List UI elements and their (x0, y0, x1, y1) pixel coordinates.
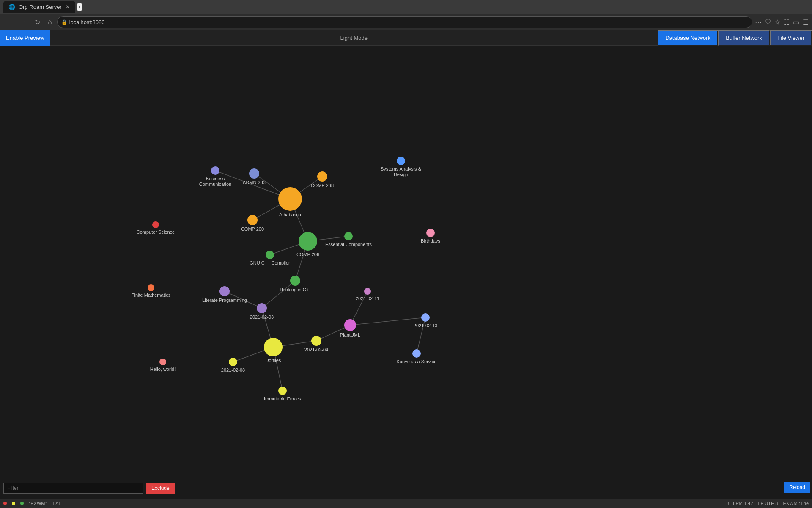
graph-node-label: Communication (199, 182, 231, 187)
lock-icon: 🔒 (61, 19, 67, 25)
enable-preview-button[interactable]: Enable Preview (0, 30, 50, 46)
browser-chrome: 🌐 Org Roam Server ✕ + ← → ↻ ⌂ 🔒 ⋯ ♡ ☆ ☷ … (0, 0, 812, 30)
graph-node-label: 2021-02-13 (414, 323, 437, 328)
graph-node-label: GNU C++ Compiler (250, 260, 290, 265)
tab-favicon: 🌐 (8, 4, 15, 10)
graph-node[interactable] (266, 251, 274, 259)
back-button[interactable]: ← (3, 17, 15, 28)
menu-dots-icon[interactable]: ⋯ (755, 18, 762, 26)
tab-close[interactable]: ✕ (65, 3, 70, 10)
graph-node-label: 2021-02-08 (221, 367, 245, 373)
graph-node[interactable] (257, 303, 267, 313)
graph-node[interactable] (278, 187, 302, 211)
graph-node[interactable] (229, 358, 237, 366)
graph-node[interactable] (278, 387, 287, 395)
buffer-network-tab[interactable]: Buffer Network (718, 30, 770, 46)
graph-node[interactable] (344, 232, 353, 240)
reload-button[interactable]: Reload (784, 482, 810, 493)
graph-node[interactable] (159, 359, 166, 365)
graph-node-label: 2021-02-03 (250, 315, 274, 320)
graph-node[interactable] (211, 166, 219, 175)
graph-node[interactable] (412, 349, 421, 358)
active-tab[interactable]: 🌐 Org Roam Server ✕ (3, 1, 75, 13)
exclude-button[interactable]: Exclude (146, 483, 175, 494)
graph-node[interactable] (219, 286, 230, 296)
graph-edge (225, 291, 262, 308)
graph-node[interactable] (264, 338, 283, 356)
reload-browser-button[interactable]: ↻ (32, 17, 43, 28)
graph-node[interactable] (311, 336, 321, 346)
graph-node[interactable] (152, 221, 159, 228)
status-dot-red (3, 502, 7, 505)
tab-title: Org Roam Server (19, 4, 62, 10)
graph-edge (262, 281, 295, 308)
status-indicator: *EXWM* (29, 501, 47, 506)
graph-node-label: COMP 206 (296, 252, 319, 257)
graph-node-label: Hello, world! (150, 367, 176, 372)
header-left: Enable Preview (0, 30, 50, 46)
graph-node-label: Business (206, 176, 225, 181)
graph-node-label: PlantUML (340, 332, 360, 337)
graph-node-label: Kanye as a Service (397, 359, 437, 364)
filter-input[interactable] (3, 483, 143, 494)
graph-node-label: Systems Analysis & (381, 166, 422, 171)
graph-node[interactable] (148, 284, 154, 291)
graph-node[interactable] (290, 276, 300, 286)
graph-node[interactable] (397, 157, 405, 165)
file-viewer-tab[interactable]: File Viewer (770, 30, 812, 46)
graph-svg: AthabascaCOMP 206ADMN 233COMP 268Busines… (0, 46, 812, 483)
sidebar-icon[interactable]: ▭ (793, 18, 799, 26)
graph-node[interactable] (247, 215, 258, 225)
app-header: Enable Preview Light Mode Database Netwo… (0, 30, 812, 46)
light-mode-label: Light Mode (340, 35, 368, 41)
graph-node[interactable] (317, 171, 327, 182)
database-network-tab[interactable]: Database Network (658, 30, 718, 46)
graph-node-label: Finite Mathematics (132, 293, 171, 298)
graph-node-label: COMP 268 (311, 183, 334, 188)
graph-edge (417, 318, 425, 353)
bottom-bar: Exclude Reload (0, 480, 812, 495)
toolbar-right: ⋯ ♡ ☆ ☷ ▭ ☰ (755, 18, 809, 26)
status-workspace: 1 All (52, 501, 61, 506)
reading-list-icon[interactable]: ☷ (784, 18, 790, 26)
forward-button[interactable]: → (18, 17, 30, 28)
graph-node-label: 2021-02-11 (356, 296, 379, 301)
tab-bar: 🌐 Org Roam Server ✕ + (0, 0, 812, 14)
graph-node-label: Computer Science (137, 229, 175, 235)
bookmarks-icon[interactable]: ♡ (765, 18, 771, 26)
graph-node[interactable] (421, 313, 430, 322)
star-icon[interactable]: ☆ (774, 18, 780, 26)
graph-node[interactable] (364, 288, 371, 295)
status-encoding: LF UTF-8 (758, 501, 778, 506)
graph-area[interactable]: AthabascaCOMP 206ADMN 233COMP 268Busines… (0, 46, 812, 483)
graph-node[interactable] (249, 168, 259, 179)
graph-node-label: Immutable Emacs (264, 396, 302, 401)
address-bar[interactable] (57, 16, 752, 28)
home-button[interactable]: ⌂ (45, 17, 55, 28)
graph-node-label: Essential Components (325, 242, 372, 247)
status-dot-yellow (12, 502, 15, 505)
header-center: Light Mode (340, 35, 368, 41)
hamburger-icon[interactable]: ☰ (803, 18, 809, 26)
graph-node-label: Birthdays (421, 238, 440, 243)
header-right: Database Network Buffer Network File Vie… (658, 30, 812, 46)
status-dot-green (20, 502, 24, 505)
graph-node[interactable] (426, 229, 435, 237)
graph-node-label: COMP 200 (241, 226, 264, 232)
status-time: 8:18PM 1.42 (727, 501, 753, 506)
graph-node[interactable] (299, 232, 317, 251)
status-bar: *EXWM* 1 All 8:18PM 1.42 LF UTF-8 EXWM :… (0, 499, 812, 508)
graph-node-label: Design (394, 172, 408, 177)
graph-node-label: Dotfiles (266, 358, 281, 363)
address-bar-wrapper: 🔒 (57, 16, 752, 28)
new-tab-button[interactable]: + (77, 3, 82, 11)
browser-toolbar: ← → ↻ ⌂ 🔒 ⋯ ♡ ☆ ☷ ▭ ☰ (0, 14, 812, 30)
graph-node[interactable] (344, 319, 356, 331)
graph-node-label: Athabasca (279, 212, 302, 217)
graph-node-label: 2021-02-04 (304, 347, 328, 352)
graph-edge (350, 318, 425, 325)
status-mode: EXWM : line (783, 501, 809, 506)
graph-node-label: Thinking in C++ (279, 287, 311, 292)
